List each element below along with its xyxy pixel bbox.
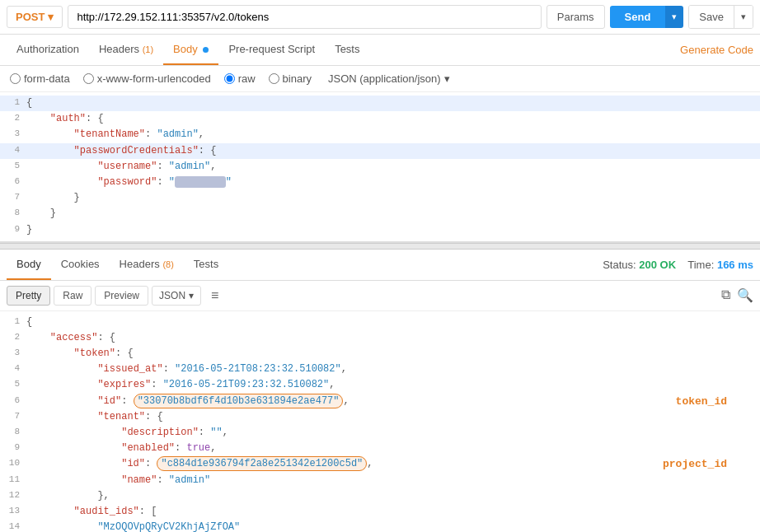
tab-response-cookies[interactable]: Cookies xyxy=(51,250,110,280)
tab-headers[interactable]: Headers (1) xyxy=(89,35,163,65)
pretty-button[interactable]: Pretty xyxy=(7,286,50,306)
send-group: Send ▾ xyxy=(610,6,684,28)
resp-line-3: 3 "token": { xyxy=(0,346,760,362)
resp-line-13: 13 "audit_ids": [ xyxy=(0,504,760,520)
format-bar: Pretty Raw Preview JSON ▾ ≡ ⧉ 🔍 xyxy=(0,281,760,311)
code-line-7: 7 } xyxy=(0,190,760,206)
response-code-editor[interactable]: 1 { 2 "access": { 3 "token": { 4 "issued… xyxy=(0,311,760,532)
resp-line-9: 9 "enabled": true, xyxy=(0,441,760,456)
binary-option[interactable]: binary xyxy=(269,72,312,85)
request-code-editor[interactable]: 1 { 2 "auth": { 3 "tenantName": "admin",… xyxy=(0,92,760,243)
code-line-2: 2 "auth": { xyxy=(0,111,760,127)
time-value: 166 ms xyxy=(717,259,753,271)
resp-line-1: 1 { xyxy=(0,315,760,330)
response-tab-nav: Body Cookies Headers (8) Tests Status: 2… xyxy=(0,250,760,281)
method-chevron-icon: ▾ xyxy=(48,11,54,23)
method-label: POST xyxy=(16,11,45,23)
resp-line-6: 6 "id": "33070b8bdf6f4d10b3e631894e2ae47… xyxy=(0,394,760,409)
preview-button[interactable]: Preview xyxy=(95,286,148,306)
status-info: Status: 200 OK Time: 166 ms xyxy=(603,259,753,271)
tab-authorization[interactable]: Authorization xyxy=(7,35,89,65)
response-container: Body Cookies Headers (8) Tests Status: 2… xyxy=(0,250,760,532)
status-value: 200 OK xyxy=(639,259,676,271)
json-type-chevron-icon: ▾ xyxy=(444,72,450,85)
raw-button[interactable]: Raw xyxy=(54,286,91,306)
body-options: form-data x-www-form-urlencoded raw bina… xyxy=(0,66,760,92)
tab-prerequest[interactable]: Pre-request Script xyxy=(218,35,325,65)
send-dropdown-button[interactable]: ▾ xyxy=(665,6,683,28)
code-line-5: 5 "username": "admin", xyxy=(0,159,760,175)
generate-code-link[interactable]: Generate Code xyxy=(680,44,753,56)
tab-response-body[interactable]: Body xyxy=(7,250,51,280)
tab-body[interactable]: Body xyxy=(163,35,218,65)
params-button[interactable]: Params xyxy=(547,5,605,29)
code-line-9: 9 } xyxy=(0,222,760,238)
resp-line-11: 11 "name": "admin" xyxy=(0,473,760,488)
top-bar: POST ▾ Params Send ▾ Save ▾ xyxy=(0,0,760,35)
save-dropdown-button[interactable]: ▾ xyxy=(734,6,753,28)
method-button[interactable]: POST ▾ xyxy=(7,6,63,28)
resp-line-2: 2 "access": { xyxy=(0,330,760,346)
project-id-annotation: project_id xyxy=(663,456,727,474)
resp-line-4: 4 "issued_at": "2016-05-21T08:23:32.5100… xyxy=(0,362,760,377)
resp-line-7: 7 "tenant": { xyxy=(0,409,760,425)
search-icon[interactable]: 🔍 xyxy=(737,287,753,303)
format-icons-right: ⧉ 🔍 xyxy=(721,287,753,303)
request-tab-nav: Authorization Headers (1) Body Pre-reque… xyxy=(0,35,760,66)
section-divider xyxy=(0,243,760,250)
copy-icon[interactable]: ⧉ xyxy=(721,287,730,303)
code-line-6: 6 "password": "●●●●●●●●" xyxy=(0,175,760,190)
send-button[interactable]: Send xyxy=(610,6,666,28)
urlencoded-option[interactable]: x-www-form-urlencoded xyxy=(83,72,211,85)
resp-line-5: 5 "expires": "2016-05-21T09:23:32.510082… xyxy=(0,377,760,393)
raw-option[interactable]: raw xyxy=(224,72,256,85)
resp-line-8: 8 "description": "", xyxy=(0,425,760,441)
resp-line-10: 10 "id": "c884d1e936794f2a8e251342e1200c… xyxy=(0,456,760,472)
form-data-option[interactable]: form-data xyxy=(10,72,70,85)
tab-tests[interactable]: Tests xyxy=(325,35,369,65)
resp-line-12: 12 }, xyxy=(0,488,760,504)
json-format-select[interactable]: JSON ▾ xyxy=(152,286,201,306)
code-line-8: 8 } xyxy=(0,206,760,222)
tab-response-headers[interactable]: Headers (8) xyxy=(110,250,184,280)
wrap-icon[interactable]: ≡ xyxy=(211,288,218,303)
save-group: Save ▾ xyxy=(688,5,753,29)
code-line-3: 3 "tenantName": "admin", xyxy=(0,127,760,142)
json-type-select[interactable]: JSON (application/json) ▾ xyxy=(328,72,450,85)
body-dot xyxy=(203,47,209,53)
tab-response-tests[interactable]: Tests xyxy=(184,250,228,280)
code-line-4: 4 "passwordCredentials": { xyxy=(0,143,760,159)
save-button[interactable]: Save xyxy=(689,6,734,28)
code-line-1: 1 { xyxy=(0,96,760,111)
resp-line-14: 14 "MzOQOVpQRyCV2KhjAjZfOA" xyxy=(0,520,760,532)
token-id-annotation: token_id xyxy=(676,394,727,411)
url-input[interactable] xyxy=(68,5,541,29)
json-format-chevron-icon: ▾ xyxy=(189,290,194,301)
